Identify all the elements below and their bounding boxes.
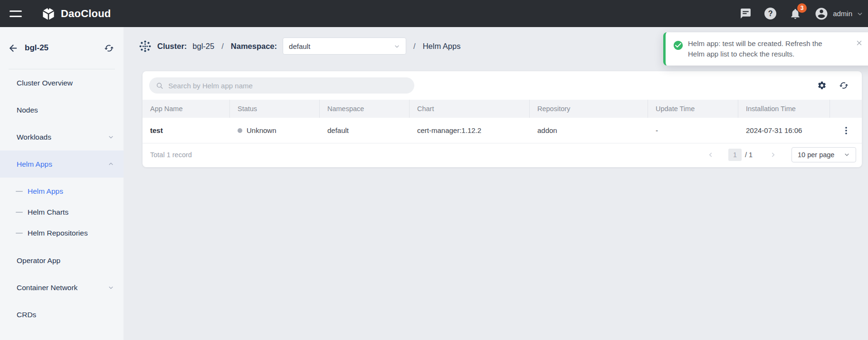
cell-repository: addon [530, 126, 648, 134]
dash-icon [16, 191, 23, 192]
cell-namespace: default [320, 126, 410, 134]
sidebar-item-cluster-overview[interactable]: Cluster Overview [0, 69, 124, 96]
daocloud-logo-icon [41, 6, 56, 21]
cell-status: Unknown [230, 126, 320, 134]
sidebar-subitem-label: Helm Repositories [28, 229, 88, 237]
success-toast: Helm app: test will be created. Refresh … [663, 32, 868, 66]
helm-apps-card: App Name Status Namespace Chart Reposito… [143, 71, 862, 167]
sidebar: bgl-25 Cluster Overview Nodes Workloads … [0, 27, 124, 340]
next-page-icon[interactable] [766, 151, 780, 158]
cell-update-time: - [648, 126, 738, 134]
sidebar-item-nodes[interactable]: Nodes [0, 96, 124, 123]
breadcrumb-separator: / [221, 42, 224, 51]
cluster-label: Cluster: [157, 42, 187, 51]
page-title: Helm Apps [423, 42, 461, 51]
main-content: Cluster: bgl-25 / Namespace: default / H… [124, 27, 868, 340]
pagination: 1 / 1 10 per page [704, 147, 856, 162]
chevron-down-icon [108, 284, 114, 291]
sidebar-subitem-helm-charts[interactable]: Helm Charts [0, 202, 124, 223]
cluster-dots-icon [139, 40, 152, 53]
table-footer: Total 1 record 1 / 1 10 per page [143, 143, 862, 166]
search-icon [156, 82, 163, 90]
messages-icon[interactable] [740, 8, 752, 19]
menu-icon[interactable] [10, 10, 22, 17]
chevron-up-icon [108, 161, 114, 167]
cell-installation-time: 2024-07-31 16:06 [738, 126, 830, 134]
dash-icon [16, 233, 23, 234]
sidebar-item-label: Container Network [17, 283, 77, 292]
refresh-icon[interactable] [839, 81, 849, 90]
sidebar-subitem-label: Helm Charts [28, 208, 68, 217]
user-menu[interactable]: admin [814, 7, 863, 21]
sidebar-item-helm-apps-group[interactable]: Helm Apps [0, 151, 124, 178]
top-navbar: DaoCloud ? 3 admin [0, 0, 868, 27]
back-arrow-icon[interactable] [8, 43, 19, 54]
column-header-actions [830, 100, 862, 118]
breadcrumb: Cluster: bgl-25 / Namespace: default / H… [139, 37, 460, 55]
page-total: / 1 [745, 151, 753, 159]
sidebar-item-label: Operator App [17, 256, 60, 265]
breadcrumb-separator: / [413, 42, 416, 51]
settings-gear-icon[interactable] [817, 81, 827, 90]
sidebar-cluster-name: bgl-25 [25, 43, 48, 53]
help-glyph: ? [764, 8, 776, 19]
sidebar-subitem-helm-apps[interactable]: Helm Apps [0, 181, 124, 202]
sidebar-item-workloads[interactable]: Workloads [0, 123, 124, 151]
current-page-box[interactable]: 1 [728, 149, 742, 161]
table-row: test Unknown default cert-manager:1.12.2… [143, 118, 862, 143]
switch-cluster-icon[interactable] [104, 43, 114, 53]
sidebar-item-label: Workloads [17, 133, 51, 142]
chevron-down-icon [394, 43, 400, 49]
notification-badge: 3 [797, 3, 807, 13]
column-header-repository: Repository [530, 100, 648, 118]
sidebar-item-label: Nodes [17, 106, 38, 114]
page-size-select[interactable]: 10 per page [792, 147, 856, 162]
cell-app-name[interactable]: test [143, 126, 230, 134]
help-icon[interactable]: ? [764, 8, 776, 19]
prev-page-icon[interactable] [704, 151, 718, 158]
brand-name: DaoCloud [61, 8, 111, 20]
card-toolbar [143, 71, 862, 100]
status-text: Unknown [247, 126, 277, 134]
status-dot-icon [238, 128, 242, 133]
cell-chart: cert-manager:1.12.2 [410, 126, 530, 134]
table-actions [817, 81, 849, 90]
namespace-label: Namespace: [231, 42, 277, 51]
column-header-update-time: Update Time [648, 100, 738, 118]
brand[interactable]: DaoCloud [41, 6, 111, 21]
namespace-value: default [289, 42, 310, 50]
column-header-installation-time: Installation Time [738, 100, 830, 118]
search-box[interactable] [149, 77, 414, 94]
column-header-chart: Chart [410, 100, 530, 118]
close-icon[interactable] [856, 39, 863, 47]
sidebar-item-label: CRDs [17, 311, 36, 319]
sidebar-item-container-network[interactable]: Container Network [0, 274, 124, 301]
column-header-namespace: Namespace [320, 100, 410, 118]
sidebar-menu: Cluster Overview Nodes Workloads Helm Ap… [0, 69, 124, 328]
user-menu-chevron-icon [857, 10, 863, 17]
table-header: App Name Status Namespace Chart Reposito… [143, 100, 862, 118]
sidebar-subitem-helm-repositories[interactable]: Helm Repositories [0, 223, 124, 244]
total-records: Total 1 record [150, 151, 192, 159]
toast-message: Helm app: test will be created. Refresh … [688, 38, 840, 59]
cluster-value[interactable]: bgl-25 [192, 42, 214, 51]
sidebar-item-label: Cluster Overview [17, 79, 73, 87]
dash-icon [16, 212, 23, 213]
search-input[interactable] [167, 81, 408, 90]
sidebar-item-label: Helm Apps [17, 160, 52, 169]
sidebar-item-crds[interactable]: CRDs [0, 301, 124, 328]
sidebar-item-operator-app[interactable]: Operator App [0, 247, 124, 274]
navbar-actions: ? 3 admin [740, 7, 868, 21]
success-check-icon [673, 40, 684, 51]
helm-apps-submenu: Helm Apps Helm Charts Helm Repositories [0, 178, 124, 247]
namespace-select[interactable]: default [283, 38, 406, 55]
page-size-value: 10 per page [798, 151, 834, 159]
row-actions-kebab-icon[interactable] [830, 126, 862, 135]
column-header-app-name: App Name [143, 100, 230, 118]
sidebar-subitem-label: Helm Apps [28, 187, 63, 196]
sidebar-header: bgl-25 [0, 27, 124, 69]
chevron-down-icon [108, 134, 114, 140]
username: admin [833, 9, 852, 18]
notifications-bell-icon[interactable]: 3 [789, 8, 801, 20]
avatar-icon [814, 7, 829, 21]
